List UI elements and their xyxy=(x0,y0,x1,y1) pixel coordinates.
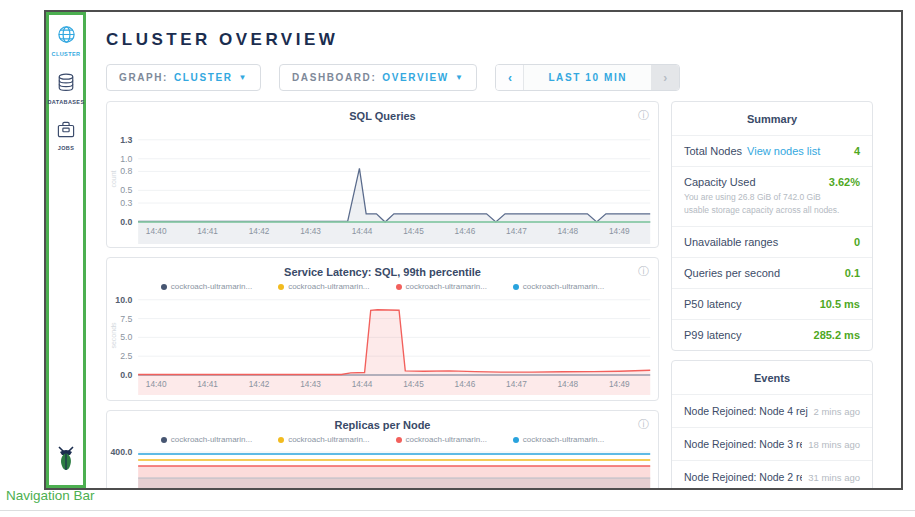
graph-dropdown-value: CLUSTER xyxy=(174,72,232,83)
chart-plot[interactable]: 1.31.00.80.50.30.0count14:4014:4114:4214… xyxy=(107,122,658,244)
legend-item[interactable]: cockroach-ultramarin... xyxy=(513,282,604,291)
event-time: 31 mins ago xyxy=(802,472,860,483)
dashboard-dropdown-label: DASHBOARD: xyxy=(292,72,376,83)
summary-row-label: Unavailable ranges xyxy=(684,236,778,248)
right-sidebar: Summary Total NodesView nodes list4Capac… xyxy=(671,101,873,488)
legend-dot-icon xyxy=(513,437,519,443)
event-row[interactable]: Node Rejoined: Node 4 rej...2 mins ago xyxy=(672,394,872,427)
svg-text:14:42: 14:42 xyxy=(249,379,270,389)
event-time: 18 mins ago xyxy=(802,439,860,450)
svg-text:1.0: 1.0 xyxy=(120,154,132,164)
event-row[interactable]: Node Rejoined: Node 2 rej...31 mins ago xyxy=(672,460,872,491)
dashboard-content: SQL Queriesⓘ1.31.00.80.50.30.0count14:40… xyxy=(106,101,873,488)
svg-text:14:41: 14:41 xyxy=(197,226,218,236)
time-range-value[interactable]: LAST 10 MIN xyxy=(524,65,651,90)
chart-title: Replicas per Node xyxy=(107,411,658,431)
svg-text:14:48: 14:48 xyxy=(558,379,579,389)
svg-text:14:45: 14:45 xyxy=(403,226,424,236)
summary-row: Capacity Used3.62%You are using 26.8 GiB… xyxy=(672,166,872,226)
legend-dot-icon xyxy=(396,437,402,443)
summary-row-value: 0 xyxy=(854,236,860,248)
legend-item[interactable]: cockroach-ultramarin... xyxy=(161,435,252,444)
svg-text:14:46: 14:46 xyxy=(455,379,476,389)
legend-dot-icon xyxy=(396,284,402,290)
svg-text:14:42: 14:42 xyxy=(249,226,270,236)
svg-text:14:49: 14:49 xyxy=(609,379,630,389)
cockroach-logo[interactable] xyxy=(55,445,77,475)
page-title: CLUSTER OVERVIEW xyxy=(106,30,873,50)
dashboard-dropdown[interactable]: DASHBOARD: OVERVIEW ▼ xyxy=(279,64,477,91)
legend-item[interactable]: cockroach-ultramarin... xyxy=(513,435,604,444)
chart-title: Service Latency: SQL, 99th percentile xyxy=(107,258,658,278)
svg-text:14:48: 14:48 xyxy=(558,226,579,236)
chart-plot[interactable]: 10.07.55.02.50.0seconds14:4014:4114:4214… xyxy=(107,291,658,395)
summary-row-label: P99 latency xyxy=(684,329,741,341)
summary-row: P99 latency285.2 ms xyxy=(672,319,872,350)
sidebar-item-databases[interactable]: DATABASES xyxy=(48,73,85,105)
time-prev-button[interactable]: ‹ xyxy=(496,65,524,90)
graph-dropdown[interactable]: GRAPH: CLUSTER ▼ xyxy=(106,64,261,91)
chart-card-service-latency-sql-99th-percentile: Service Latency: SQL, 99th percentileⓘco… xyxy=(106,257,659,401)
legend-item[interactable]: cockroach-ultramarin... xyxy=(278,435,369,444)
summary-row-label: Capacity Used xyxy=(684,176,756,188)
legend-item[interactable]: cockroach-ultramarin... xyxy=(161,282,252,291)
view-nodes-list-link[interactable]: View nodes list xyxy=(747,145,820,157)
svg-text:1.3: 1.3 xyxy=(120,135,132,145)
info-icon[interactable]: ⓘ xyxy=(638,264,649,279)
charts-column: SQL Queriesⓘ1.31.00.80.50.30.0count14:40… xyxy=(106,101,659,488)
svg-text:7.5: 7.5 xyxy=(120,313,132,323)
main-content: CLUSTER OVERVIEW GRAPH: CLUSTER ▼ DASHBO… xyxy=(86,12,901,488)
page-bottom-divider xyxy=(0,510,915,511)
svg-text:400.0: 400.0 xyxy=(110,447,132,457)
events-panel: Events Node Rejoined: Node 4 rej...2 min… xyxy=(671,360,873,491)
chevron-down-icon: ▼ xyxy=(238,73,248,82)
toolbar: GRAPH: CLUSTER ▼ DASHBOARD: OVERVIEW ▼ ‹… xyxy=(106,64,873,91)
svg-text:14:49: 14:49 xyxy=(609,226,630,236)
summary-row-label: Total Nodes xyxy=(684,145,742,157)
summary-row: P50 latency10.5 ms xyxy=(672,288,872,319)
summary-row-value: 3.62% xyxy=(829,176,860,188)
chart-title: SQL Queries xyxy=(107,102,658,122)
svg-text:0.8: 0.8 xyxy=(120,166,132,176)
svg-text:seconds: seconds xyxy=(110,322,117,349)
app-window: CLUSTERDATABASESJOBS CLUSTER OVERVIEW GR… xyxy=(44,10,903,490)
dashboard-dropdown-value: OVERVIEW xyxy=(382,72,449,83)
svg-text:14:43: 14:43 xyxy=(300,379,321,389)
event-name: Node Rejoined: Node 4 rej... xyxy=(684,405,808,417)
sidebar-item-label: CLUSTER xyxy=(52,51,81,57)
chevron-down-icon: ▼ xyxy=(455,73,465,82)
svg-text:14:47: 14:47 xyxy=(506,226,527,236)
chart-plot[interactable]: 400.0 xyxy=(107,444,658,490)
svg-text:14:40: 14:40 xyxy=(146,379,167,389)
legend-item[interactable]: cockroach-ultramarin... xyxy=(396,435,487,444)
sidebar-item-label: DATABASES xyxy=(48,99,85,105)
legend-dot-icon xyxy=(513,284,519,290)
legend-dot-icon xyxy=(278,437,284,443)
sidebar-item-jobs[interactable]: JOBS xyxy=(57,121,75,151)
event-row[interactable]: Node Rejoined: Node 3 rej...18 mins ago xyxy=(672,427,872,460)
info-icon[interactable]: ⓘ xyxy=(638,417,649,432)
annotation-navigation-bar-label: Navigation Bar xyxy=(6,488,95,503)
svg-text:14:46: 14:46 xyxy=(455,226,476,236)
summary-row: Queries per second0.1 xyxy=(672,257,872,288)
chart-card-sql-queries: SQL Queriesⓘ1.31.00.80.50.30.0count14:40… xyxy=(106,101,659,248)
svg-text:2.5: 2.5 xyxy=(120,351,132,361)
info-icon[interactable]: ⓘ xyxy=(638,108,649,123)
svg-text:0.5: 0.5 xyxy=(120,185,132,195)
summary-row-label: P50 latency xyxy=(684,298,741,310)
summary-row-label: Queries per second xyxy=(684,267,780,279)
legend-item[interactable]: cockroach-ultramarin... xyxy=(396,282,487,291)
events-title: Events xyxy=(672,361,872,394)
legend-item[interactable]: cockroach-ultramarin... xyxy=(278,282,369,291)
svg-text:14:40: 14:40 xyxy=(146,226,167,236)
sidebar-item-cluster[interactable]: CLUSTER xyxy=(52,25,81,57)
summary-row-subtext: You are using 26.8 GiB of 742.0 GiB usab… xyxy=(684,191,860,217)
summary-row-value: 285.2 ms xyxy=(814,329,860,341)
summary-row-value: 4 xyxy=(854,145,860,157)
svg-text:10.0: 10.0 xyxy=(115,295,132,305)
legend-dot-icon xyxy=(161,284,167,290)
svg-text:14:47: 14:47 xyxy=(506,379,527,389)
time-next-button[interactable]: › xyxy=(651,65,679,90)
summary-panel: Summary Total NodesView nodes list4Capac… xyxy=(671,101,873,351)
svg-text:14:44: 14:44 xyxy=(352,379,373,389)
